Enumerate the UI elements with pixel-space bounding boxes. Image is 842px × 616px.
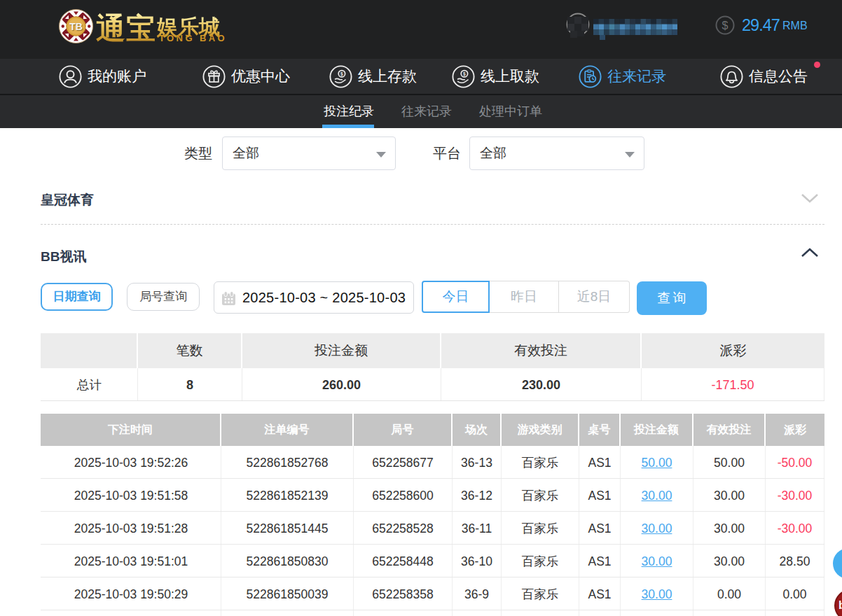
svg-text:$: $	[340, 71, 343, 77]
svg-text:TB: TB	[69, 21, 83, 32]
svg-text:$: $	[463, 71, 466, 77]
svg-text:$: $	[722, 20, 729, 31]
